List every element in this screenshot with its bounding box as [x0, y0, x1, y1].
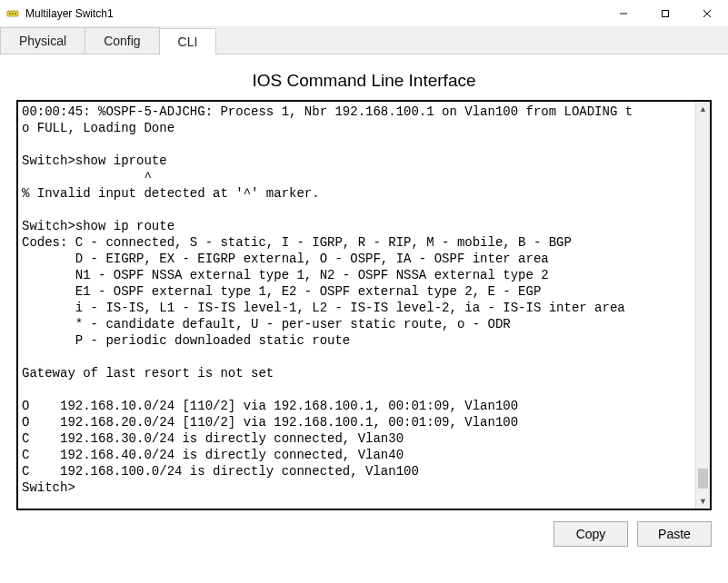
maximize-button[interactable]: [644, 0, 686, 26]
scroll-thumb[interactable]: [698, 469, 708, 489]
content-area: IOS Command Line Interface 00:00:45: %OS…: [0, 54, 728, 559]
copy-button[interactable]: Copy: [553, 521, 628, 547]
window-titlebar: Multilayer Switch1: [0, 0, 728, 27]
minimize-button[interactable]: [603, 0, 644, 26]
scroll-down-arrow[interactable]: ▼: [696, 494, 710, 509]
tab-cli[interactable]: CLI: [159, 28, 217, 54]
terminal-output[interactable]: 00:00:45: %OSPF-5-ADJCHG: Process 1, Nbr…: [18, 102, 695, 509]
svg-point-2: [12, 13, 14, 15]
cli-heading: IOS Command Line Interface: [16, 65, 712, 100]
tab-physical[interactable]: Physical: [0, 27, 85, 54]
scroll-up-arrow[interactable]: ▲: [696, 102, 710, 116]
window-controls: [603, 0, 728, 26]
close-button[interactable]: [686, 0, 728, 26]
tab-bar: Physical Config CLI: [0, 27, 728, 54]
svg-point-3: [15, 13, 16, 15]
svg-point-1: [9, 13, 11, 15]
app-icon: [5, 6, 20, 21]
window-title: Multilayer Switch1: [25, 7, 603, 20]
button-row: Copy Paste: [16, 521, 712, 547]
tab-config[interactable]: Config: [85, 27, 159, 54]
terminal-container: 00:00:45: %OSPF-5-ADJCHG: Process 1, Nbr…: [16, 100, 712, 510]
svg-rect-5: [663, 10, 669, 16]
paste-button[interactable]: Paste: [637, 521, 712, 547]
scrollbar-vertical[interactable]: ▲ ▼: [695, 102, 710, 509]
scroll-track[interactable]: [696, 116, 710, 494]
